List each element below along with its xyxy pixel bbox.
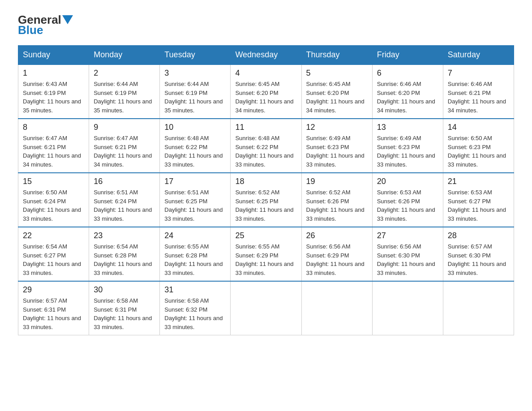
calendar-cell: 13 Sunrise: 6:49 AM Sunset: 6:23 PM Dayl… [372,119,443,173]
calendar-cell: 25 Sunrise: 6:55 AM Sunset: 6:29 PM Dayl… [231,227,301,281]
weekday-header: Sunday [18,46,89,65]
calendar-cell: 18 Sunrise: 6:52 AM Sunset: 6:25 PM Dayl… [231,173,301,227]
day-number: 26 [306,231,368,240]
day-number: 17 [164,177,226,186]
weekday-header: Wednesday [231,46,301,65]
weekday-header: Thursday [301,46,372,65]
day-number: 8 [23,123,84,132]
day-number: 29 [23,285,84,295]
day-number: 3 [164,68,226,78]
day-info: Sunrise: 6:55 AM Sunset: 6:29 PM Dayligh… [235,242,296,277]
calendar-body: 1 Sunrise: 6:43 AM Sunset: 6:19 PM Dayli… [18,64,514,335]
day-number: 19 [306,177,368,186]
calendar-cell: 17 Sunrise: 6:51 AM Sunset: 6:25 PM Dayl… [160,173,231,227]
day-number: 15 [23,177,84,186]
day-info: Sunrise: 6:46 AM Sunset: 6:21 PM Dayligh… [448,80,509,115]
calendar-cell: 24 Sunrise: 6:55 AM Sunset: 6:28 PM Dayl… [160,227,231,281]
calendar-cell: 15 Sunrise: 6:50 AM Sunset: 6:24 PM Dayl… [18,173,89,227]
calendar-week-row: 8 Sunrise: 6:47 AM Sunset: 6:21 PM Dayli… [18,119,514,173]
day-number: 10 [164,123,226,132]
day-info: Sunrise: 6:45 AM Sunset: 6:20 PM Dayligh… [235,80,296,115]
day-number: 20 [377,177,438,186]
calendar-cell: 21 Sunrise: 6:53 AM Sunset: 6:27 PM Dayl… [443,173,514,227]
calendar-cell: 2 Sunrise: 6:44 AM Sunset: 6:19 PM Dayli… [89,64,160,119]
day-info: Sunrise: 6:43 AM Sunset: 6:19 PM Dayligh… [23,80,84,115]
weekday-header: Friday [372,46,443,65]
day-info: Sunrise: 6:54 AM Sunset: 6:28 PM Dayligh… [94,242,155,277]
calendar-cell: 8 Sunrise: 6:47 AM Sunset: 6:21 PM Dayli… [18,119,89,173]
day-number: 28 [448,231,509,240]
day-info: Sunrise: 6:56 AM Sunset: 6:29 PM Dayligh… [306,242,368,277]
day-info: Sunrise: 6:46 AM Sunset: 6:20 PM Dayligh… [377,80,438,115]
day-number: 18 [235,177,296,186]
calendar-cell: 5 Sunrise: 6:45 AM Sunset: 6:20 PM Dayli… [301,64,372,119]
day-info: Sunrise: 6:45 AM Sunset: 6:20 PM Dayligh… [306,80,368,115]
calendar-cell [372,281,443,335]
day-number: 23 [94,231,155,240]
day-number: 6 [377,68,438,78]
day-number: 27 [377,231,438,240]
calendar-cell: 4 Sunrise: 6:45 AM Sunset: 6:20 PM Dayli… [231,64,301,119]
calendar-cell: 30 Sunrise: 6:58 AM Sunset: 6:31 PM Dayl… [89,281,160,335]
calendar-cell: 19 Sunrise: 6:52 AM Sunset: 6:26 PM Dayl… [301,173,372,227]
calendar-cell: 28 Sunrise: 6:57 AM Sunset: 6:30 PM Dayl… [443,227,514,281]
day-info: Sunrise: 6:58 AM Sunset: 6:31 PM Dayligh… [94,296,155,331]
day-number: 13 [377,123,438,132]
calendar-cell [301,281,372,335]
logo-blue: Blue [18,24,77,37]
day-info: Sunrise: 6:49 AM Sunset: 6:23 PM Dayligh… [306,134,368,169]
calendar-cell: 29 Sunrise: 6:57 AM Sunset: 6:31 PM Dayl… [18,281,89,335]
svg-marker-0 [62,15,73,24]
calendar-cell: 31 Sunrise: 6:58 AM Sunset: 6:32 PM Dayl… [160,281,231,335]
day-info: Sunrise: 6:55 AM Sunset: 6:28 PM Dayligh… [164,242,226,277]
weekday-header: Tuesday [160,46,231,65]
page-header: General Blue [18,13,514,36]
day-info: Sunrise: 6:47 AM Sunset: 6:21 PM Dayligh… [23,134,84,169]
calendar-cell [443,281,514,335]
calendar-cell: 14 Sunrise: 6:50 AM Sunset: 6:23 PM Dayl… [443,119,514,173]
day-number: 2 [94,68,155,78]
day-number: 21 [448,177,509,186]
day-number: 11 [235,123,296,132]
calendar-cell: 27 Sunrise: 6:56 AM Sunset: 6:30 PM Dayl… [372,227,443,281]
calendar-cell: 11 Sunrise: 6:48 AM Sunset: 6:22 PM Dayl… [231,119,301,173]
day-number: 22 [23,231,84,240]
calendar-cell: 22 Sunrise: 6:54 AM Sunset: 6:27 PM Dayl… [18,227,89,281]
calendar-table: SundayMondayTuesdayWednesdayThursdayFrid… [18,45,514,335]
day-number: 16 [94,177,155,186]
calendar-cell: 16 Sunrise: 6:51 AM Sunset: 6:24 PM Dayl… [89,173,160,227]
calendar-cell: 12 Sunrise: 6:49 AM Sunset: 6:23 PM Dayl… [301,119,372,173]
calendar-week-row: 15 Sunrise: 6:50 AM Sunset: 6:24 PM Dayl… [18,173,514,227]
day-number: 12 [306,123,368,132]
calendar-cell: 9 Sunrise: 6:47 AM Sunset: 6:21 PM Dayli… [89,119,160,173]
day-info: Sunrise: 6:44 AM Sunset: 6:19 PM Dayligh… [164,80,226,115]
logo-container: General Blue [18,13,77,36]
day-info: Sunrise: 6:49 AM Sunset: 6:23 PM Dayligh… [377,134,438,169]
calendar-cell: 1 Sunrise: 6:43 AM Sunset: 6:19 PM Dayli… [18,64,89,119]
calendar-cell: 23 Sunrise: 6:54 AM Sunset: 6:28 PM Dayl… [89,227,160,281]
weekday-header: Monday [89,46,160,65]
day-info: Sunrise: 6:53 AM Sunset: 6:27 PM Dayligh… [448,188,509,223]
day-info: Sunrise: 6:52 AM Sunset: 6:26 PM Dayligh… [306,188,368,223]
calendar-header: SundayMondayTuesdayWednesdayThursdayFrid… [18,46,514,65]
day-info: Sunrise: 6:50 AM Sunset: 6:23 PM Dayligh… [448,134,509,169]
day-info: Sunrise: 6:44 AM Sunset: 6:19 PM Dayligh… [94,80,155,115]
day-info: Sunrise: 6:51 AM Sunset: 6:25 PM Dayligh… [164,188,226,223]
calendar-cell: 6 Sunrise: 6:46 AM Sunset: 6:20 PM Dayli… [372,64,443,119]
day-info: Sunrise: 6:58 AM Sunset: 6:32 PM Dayligh… [164,296,226,331]
day-number: 31 [164,285,226,295]
calendar-week-row: 29 Sunrise: 6:57 AM Sunset: 6:31 PM Dayl… [18,281,514,335]
day-number: 14 [448,123,509,132]
day-info: Sunrise: 6:50 AM Sunset: 6:24 PM Dayligh… [23,188,84,223]
day-number: 7 [448,68,509,78]
day-info: Sunrise: 6:48 AM Sunset: 6:22 PM Dayligh… [235,134,296,169]
day-info: Sunrise: 6:57 AM Sunset: 6:31 PM Dayligh… [23,296,84,331]
calendar-cell: 3 Sunrise: 6:44 AM Sunset: 6:19 PM Dayli… [160,64,231,119]
calendar-week-row: 1 Sunrise: 6:43 AM Sunset: 6:19 PM Dayli… [18,64,514,119]
day-number: 25 [235,231,296,240]
day-info: Sunrise: 6:47 AM Sunset: 6:21 PM Dayligh… [94,134,155,169]
day-number: 9 [94,123,155,132]
day-number: 30 [94,285,155,295]
day-number: 24 [164,231,226,240]
day-info: Sunrise: 6:57 AM Sunset: 6:30 PM Dayligh… [448,242,509,277]
